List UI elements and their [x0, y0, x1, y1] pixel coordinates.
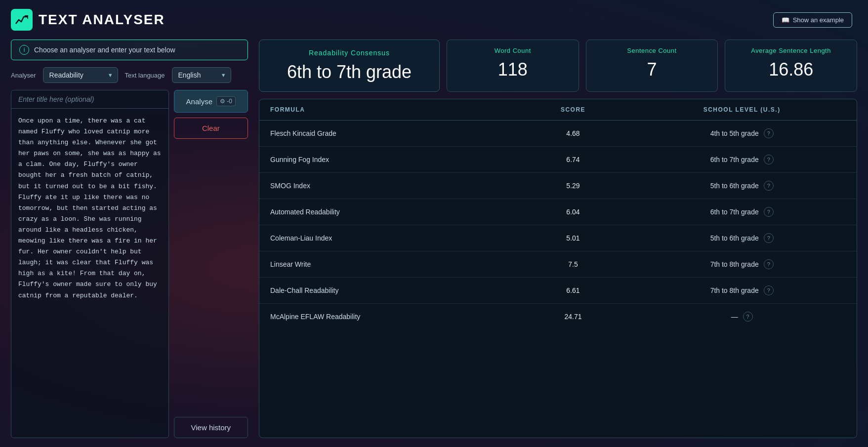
table-row: Gunning Fog Index6.746th to 7th grade? — [259, 147, 857, 173]
header: TEXT ANALYSER 📖 Show an example — [11, 9, 857, 31]
editor-and-actions: Once upon a time, there was a cat named … — [11, 90, 248, 438]
formula-cell: Coleman-Liau Index — [259, 225, 519, 251]
formula-cell: Flesch Kincaid Grade — [259, 121, 519, 147]
actions-column: Analyse ⚙ -0 Clear View history — [174, 90, 248, 438]
table-header-row: FORMULA SCORE SCHOOL LEVEL (U.S.) — [259, 99, 857, 121]
school-level-text: 4th to 5th grade — [710, 129, 759, 137]
consensus-value: 6th to 7th grade — [287, 62, 412, 82]
app-title: TEXT ANALYSER — [39, 12, 165, 28]
school-level-cell: —? — [627, 304, 857, 330]
school-level-cell: 4th to 5th grade? — [627, 121, 857, 147]
left-panel: i Choose an analyser and enter your text… — [11, 40, 248, 438]
sentence-count-value: 7 — [647, 59, 657, 80]
table-row: SMOG Index5.295th to 6th grade? — [259, 173, 857, 199]
word-count-label: Word Count — [495, 47, 531, 54]
school-level-text: 5th to 6th grade — [710, 234, 759, 242]
consensus-label: Readability Consensus — [309, 49, 390, 57]
avg-sentence-value: 16.86 — [769, 59, 813, 80]
results-table-container: FORMULA SCORE SCHOOL LEVEL (U.S.) Flesch… — [259, 99, 857, 438]
score-cell: 6.74 — [519, 147, 627, 173]
show-example-button[interactable]: 📖 Show an example — [773, 12, 852, 28]
actions-top: Analyse ⚙ -0 Clear — [174, 90, 248, 139]
analyser-select[interactable]: Readability Keyword Density Word Frequen… — [43, 67, 118, 83]
info-icon: i — [19, 45, 29, 55]
table-row: Flesch Kincaid Grade4.684th to 5th grade… — [259, 121, 857, 147]
score-cell: 5.29 — [519, 173, 627, 199]
school-level-cell: 5th to 6th grade? — [627, 225, 857, 251]
text-language-group: Text language — [125, 72, 165, 79]
score-cell: 6.61 — [519, 278, 627, 304]
table-row: McAlpine EFLAW Readability24.71—? — [259, 304, 857, 330]
editor-area: Once upon a time, there was a cat named … — [11, 90, 169, 438]
help-icon[interactable]: ? — [743, 312, 753, 322]
text-area[interactable]: Once upon a time, there was a cat named … — [11, 109, 168, 438]
word-count-value: 118 — [498, 59, 528, 80]
score-cell: 6.04 — [519, 199, 627, 225]
school-level-cell: 7th to 8th grade? — [627, 251, 857, 278]
school-level-text: 7th to 8th grade — [710, 260, 759, 268]
title-input[interactable] — [11, 90, 168, 109]
help-icon[interactable]: ? — [764, 155, 774, 164]
table-row: Automated Readability6.046th to 7th grad… — [259, 199, 857, 225]
school-level-cell: 6th to 7th grade? — [627, 199, 857, 225]
score-cell: 24.71 — [519, 304, 627, 330]
analyser-label: Analyser — [11, 72, 36, 79]
analyser-select-wrapper[interactable]: Readability Keyword Density Word Frequen… — [43, 67, 118, 83]
school-level-cell: 7th to 8th grade? — [627, 278, 857, 304]
formula-cell: Gunning Fog Index — [259, 147, 519, 173]
col-score-header: SCORE — [519, 99, 627, 121]
table-row: Coleman-Liau Index5.015th to 6th grade? — [259, 225, 857, 251]
view-history-button[interactable]: View history — [174, 417, 248, 438]
school-level-text: 5th to 6th grade — [710, 182, 759, 190]
editor-column: Once upon a time, there was a cat named … — [11, 90, 169, 438]
avg-sentence-label: Average Sentence Length — [751, 47, 831, 54]
sentence-count-label: Sentence Count — [627, 47, 676, 54]
text-language-label: Text language — [125, 72, 165, 79]
language-select-wrapper[interactable]: English French Spanish German ▼ — [172, 67, 231, 83]
help-icon[interactable]: ? — [764, 181, 774, 191]
score-cell: 4.68 — [519, 121, 627, 147]
clear-button[interactable]: Clear — [174, 118, 248, 139]
logo-icon — [11, 9, 33, 31]
avg-sentence-card: Average Sentence Length 16.86 — [725, 40, 857, 92]
school-level-cell: 6th to 7th grade? — [627, 147, 857, 173]
table-row: Dale-Chall Readability6.617th to 8th gra… — [259, 278, 857, 304]
table-row: Linsear Write7.57th to 8th grade? — [259, 251, 857, 278]
main-layout: i Choose an analyser and enter your text… — [11, 40, 857, 438]
right-panel: Readability Consensus 6th to 7th grade W… — [259, 40, 857, 438]
sentence-count-card: Sentence Count 7 — [586, 40, 718, 92]
school-level-text: 6th to 7th grade — [710, 156, 759, 163]
analyse-badge: ⚙ -0 — [216, 96, 236, 106]
school-level-text: — — [731, 313, 738, 321]
help-icon[interactable]: ? — [764, 285, 774, 295]
info-bar: i Choose an analyser and enter your text… — [11, 40, 248, 60]
controls-row: Analyser Readability Keyword Density Wor… — [11, 67, 248, 83]
formula-cell: Dale-Chall Readability — [259, 278, 519, 304]
score-cell: 5.01 — [519, 225, 627, 251]
stats-row: Readability Consensus 6th to 7th grade W… — [259, 40, 857, 92]
formula-cell: McAlpine EFLAW Readability — [259, 304, 519, 330]
formula-cell: Linsear Write — [259, 251, 519, 278]
school-level-text: 7th to 8th grade — [710, 286, 759, 294]
col-formula-header: FORMULA — [259, 99, 519, 121]
help-icon[interactable]: ? — [764, 259, 774, 269]
col-school-header: SCHOOL LEVEL (U.S.) — [627, 99, 857, 121]
word-count-card: Word Count 118 — [447, 40, 579, 92]
help-icon[interactable]: ? — [764, 128, 774, 138]
school-level-cell: 5th to 6th grade? — [627, 173, 857, 199]
score-cell: 7.5 — [519, 251, 627, 278]
school-level-text: 6th to 7th grade — [710, 208, 759, 216]
logo-box: TEXT ANALYSER — [11, 9, 165, 31]
language-select[interactable]: English French Spanish German — [172, 67, 231, 83]
help-icon[interactable]: ? — [764, 233, 774, 243]
book-icon: 📖 — [782, 16, 789, 24]
formula-cell: SMOG Index — [259, 173, 519, 199]
analyse-button[interactable]: Analyse ⚙ -0 — [174, 90, 248, 113]
help-icon[interactable]: ? — [764, 207, 774, 217]
results-table: FORMULA SCORE SCHOOL LEVEL (U.S.) Flesch… — [259, 99, 857, 329]
formula-cell: Automated Readability — [259, 199, 519, 225]
actions-bottom: View history — [174, 417, 248, 438]
consensus-card: Readability Consensus 6th to 7th grade — [259, 40, 440, 92]
